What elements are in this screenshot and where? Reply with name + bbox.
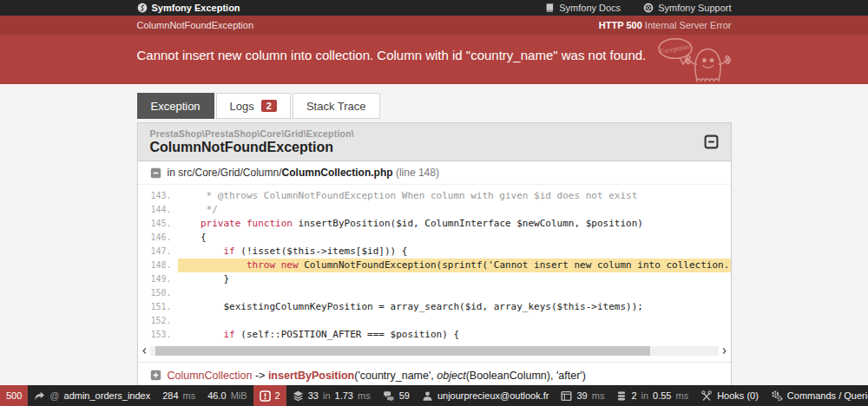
line-number: 151.	[138, 300, 178, 314]
line-number: 144.	[138, 203, 178, 217]
source-file-row: in src/Core/Grid/Column/ColumnCollection…	[138, 161, 731, 185]
ghost-body	[695, 49, 720, 82]
horizontal-scrollbar[interactable]	[139, 345, 730, 357]
gears-icon	[771, 390, 783, 402]
database-icon	[616, 390, 627, 402]
trace-class: ColumnCollection	[168, 370, 253, 382]
line-number: 150.	[138, 286, 178, 300]
line-number: 149.	[138, 272, 178, 286]
trace-method: insertByPosition	[268, 370, 354, 382]
code-line: 144. */	[138, 203, 731, 217]
top-bar: Symfony Exception Symfony DocsSymfony Su…	[0, 0, 868, 16]
toolbar-translations[interactable]: 59	[377, 385, 416, 406]
code-line: 143. * @throws ColumnNotFoundException W…	[138, 189, 731, 203]
book-icon	[544, 3, 555, 13]
user-icon	[422, 390, 433, 402]
topbar-link-docs[interactable]: Symfony Docs	[544, 3, 621, 13]
line-number: 147.	[138, 245, 178, 259]
exception-class-short: ColumnNotFoundException	[137, 20, 599, 30]
exception-panel: PrestaShop\PrestaShop\Core\Grid\Exceptio…	[137, 122, 732, 406]
scroll-left-icon[interactable]	[139, 347, 150, 355]
code-line: 149. }	[138, 272, 731, 286]
toolbar-status-code[interactable]: 500	[0, 385, 28, 406]
code-line: 150.	[138, 286, 731, 300]
redirect-arrow-icon	[34, 390, 45, 402]
line-number: 143.	[138, 189, 178, 203]
code-line: 151. $existingColumnKeyPosition = array_…	[138, 300, 731, 314]
toolbar-database[interactable]: 2 in 0.55 ms	[610, 385, 694, 406]
exception-panel-header: PrestaShop\PrestaShop\Core\Grid\Exceptio…	[138, 123, 731, 161]
symfony-logo-icon	[137, 3, 148, 13]
symfony-debug-toolbar: 500@ admin_orders_index284 ms46.0 MiB233…	[0, 385, 868, 406]
toolbar-twig-time[interactable]: 39 ms	[555, 385, 610, 406]
toolbar-hooks[interactable]: Hooks (0)	[694, 385, 765, 406]
toolbar-user[interactable]: unjourprecieux@outlook.fr	[416, 385, 556, 406]
line-number: 145.	[138, 217, 178, 231]
chat-bubbles-icon	[383, 390, 395, 402]
scrollbar-track[interactable]	[150, 346, 719, 356]
code-line: 145. private function insertByPosition($…	[138, 217, 731, 231]
ghost-eye	[702, 58, 707, 62]
http-status: HTTP 500 Internal Server Error	[599, 20, 732, 30]
topbar-link-support[interactable]: Symfony Support	[643, 3, 731, 13]
scroll-right-icon[interactable]	[719, 347, 730, 355]
exception-status-bar: ColumnNotFoundException HTTP 500 Interna…	[0, 16, 868, 35]
collapse-code-icon[interactable]	[150, 167, 161, 179]
toolbar-request-time[interactable]: 284 ms	[156, 385, 201, 406]
exception-message-banner: Cannot insert new column into collection…	[0, 35, 868, 84]
life-ring-icon	[643, 3, 654, 13]
collapse-panel-button[interactable]	[704, 134, 719, 149]
hooks-icon	[700, 390, 713, 402]
exception-tabs: ExceptionLogs2Stack Trace	[137, 93, 732, 119]
toolbar-route[interactable]: @ admin_orders_index	[28, 385, 156, 406]
layers-icon	[293, 390, 304, 402]
code-line: 146. {	[138, 231, 731, 245]
toolbar-ajax-requests[interactable]: 33 in 1.73 ms	[286, 385, 377, 406]
exception-class-name: ColumnNotFoundException	[150, 140, 704, 155]
code-line: 152.	[138, 314, 731, 328]
toolbar-commands-queries[interactable]: Commands / Queries	[765, 385, 868, 406]
exception-ghost-illustration: Exception!	[657, 37, 740, 88]
line-number: 153.	[138, 328, 178, 342]
ghost-speech-text: Exception!	[658, 42, 692, 56]
tab-stack-trace[interactable]: Stack Trace	[293, 93, 380, 119]
toolbar-memory[interactable]: 46.0 MiB	[201, 385, 253, 406]
ghost-eye	[710, 58, 714, 62]
scrollbar-thumb[interactable]	[155, 346, 650, 356]
trace-call[interactable]: ColumnCollection -> insertByPosition('co…	[168, 370, 586, 382]
brand-label: Symfony Exception	[152, 3, 240, 13]
line-number: 148.	[138, 259, 178, 272]
template-icon	[561, 390, 572, 402]
source-file-path[interactable]: in src/Core/Grid/Column/ColumnCollection…	[168, 167, 439, 179]
tab-logs[interactable]: Logs2	[216, 93, 291, 119]
symfony-exception-brand: Symfony Exception	[137, 3, 240, 13]
exception-message: Cannot insert new column into collection…	[137, 48, 732, 62]
tab-badge: 2	[261, 100, 277, 112]
code-excerpt: 143. * @throws ColumnNotFoundException W…	[138, 185, 731, 344]
tab-exception[interactable]: Exception	[137, 93, 214, 119]
line-number: 146.	[138, 231, 178, 245]
code-line-highlighted: 148. throw new ColumnNotFoundException(s…	[138, 259, 731, 272]
code-line: 147. if (!isset($this->items[$id])) {	[138, 245, 731, 259]
warning-icon	[260, 390, 271, 402]
code-line: 153. if (self::POSITION_AFTER === $posit…	[138, 328, 731, 342]
exception-namespace: PrestaShop\PrestaShop\Core\Grid\Exceptio…	[150, 128, 704, 139]
toolbar-exceptions[interactable]: 2	[253, 385, 286, 406]
line-number: 152.	[138, 314, 178, 328]
